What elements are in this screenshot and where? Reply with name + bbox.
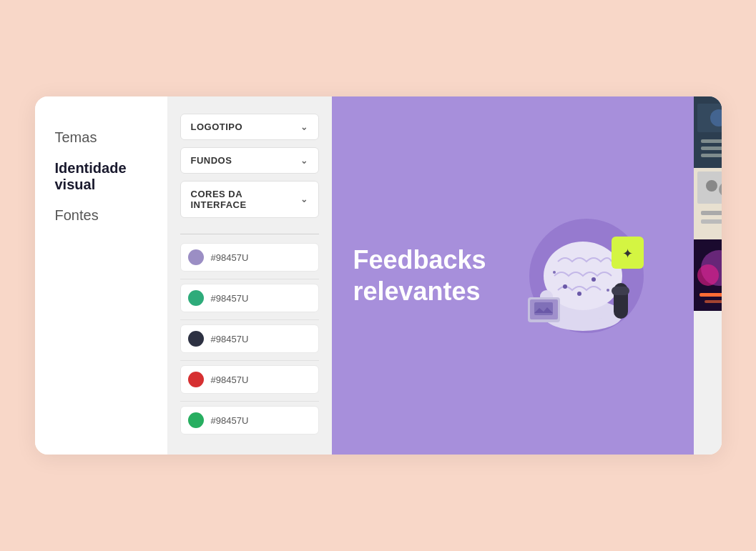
svg-rect-27 [701,211,722,215]
brain-illustration: ✦ [501,190,672,362]
main-container: Temas Identidade visual Fontes LOGOTIPO … [35,96,722,455]
thumbnail-strip [694,96,722,455]
svg-point-12 [577,292,581,296]
color-divider-1 [180,279,319,279]
dropdown-fundos-label: FUNDOS [191,155,232,166]
svg-rect-21 [701,147,722,150]
color-row-5[interactable]: #98457U [180,406,319,435]
color-swatch-1 [188,249,204,265]
color-label-3: #98457U [211,334,249,344]
color-swatch-5 [188,412,204,428]
feedback-heading: Feedbacks relevantes [353,244,486,306]
color-label-5: #98457U [211,415,249,426]
svg-rect-22 [701,154,722,157]
svg-point-13 [607,289,609,292]
svg-text:✦: ✦ [622,247,633,261]
thumbnail-1[interactable] [694,96,722,168]
svg-point-31 [697,264,719,286]
color-divider-3 [180,360,319,361]
right-panel: Feedbacks relevantes [332,96,694,455]
divider [180,234,319,234]
dropdown-logotipo[interactable]: LOGOTIPO ⌄ [180,114,319,140]
chevron-down-icon: ⌄ [300,194,308,204]
color-row-1[interactable]: #98457U [180,243,319,272]
color-label-2: #98457U [211,293,249,304]
dropdown-logotipo-label: LOGOTIPO [191,121,243,132]
sidebar-item-temas[interactable]: Temas [55,125,147,150]
sidebar: Temas Identidade visual Fontes [35,96,167,455]
svg-point-10 [563,284,567,289]
middle-panel: LOGOTIPO ⌄ FUNDOS ⌄ CORES DA INTERFACE ⌄… [167,96,332,455]
dropdown-fundos[interactable]: FUNDOS ⌄ [180,147,319,174]
color-row-2[interactable]: #98457U [180,284,319,312]
color-divider-2 [180,319,319,320]
color-row-4[interactable]: #98457U [180,365,319,394]
chevron-down-icon: ⌄ [300,156,308,166]
color-label-1: #98457U [211,252,249,263]
color-row-3[interactable]: #98457U [180,324,319,353]
svg-point-14 [553,271,556,274]
svg-rect-32 [699,293,722,297]
right-panel-content: Feedbacks relevantes [353,190,672,362]
svg-rect-28 [701,219,722,224]
color-label-4: #98457U [211,374,249,385]
sidebar-item-fontes[interactable]: Fontes [55,203,147,228]
color-swatch-3 [188,331,204,347]
sidebar-item-identidade-visual[interactable]: Identidade visual [55,156,147,197]
svg-rect-20 [701,139,722,143]
dropdown-cores-label: CORES DA INTERFACE [191,189,301,210]
thumbnail-2[interactable] [694,168,722,239]
svg-rect-33 [705,300,722,303]
color-divider-4 [180,401,319,402]
dropdown-cores-interface[interactable]: CORES DA INTERFACE ⌄ [180,181,319,218]
svg-rect-16 [612,287,629,295]
svg-point-11 [591,277,596,282]
svg-point-25 [706,180,717,192]
chevron-down-icon: ⌄ [300,122,308,132]
color-swatch-4 [188,372,204,387]
svg-rect-7 [534,302,553,315]
thumbnail-3[interactable] [694,239,722,311]
color-swatch-2 [188,290,204,306]
